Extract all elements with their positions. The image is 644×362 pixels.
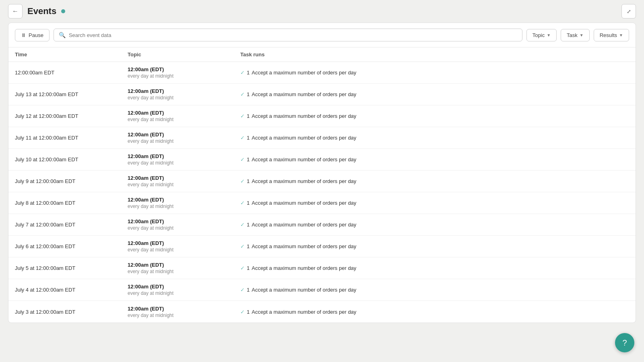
table-row[interactable]: July 3 at 12:00:00am EDT 12:00am (EDT) e… <box>8 301 636 323</box>
topic-cell: 12:00am (EDT) every day at midnight <box>128 84 240 105</box>
task-count: 1 <box>247 222 250 228</box>
task-count: 1 <box>247 70 250 76</box>
pause-icon: ⏸ <box>21 32 26 38</box>
task-cell: ✓ 1 Accept a maximum number of orders pe… <box>240 64 629 81</box>
table-row[interactable]: July 5 at 12:00:00am EDT 12:00am (EDT) e… <box>8 257 636 279</box>
table-body: 12:00:00am EDT 12:00am (EDT) every day a… <box>8 62 636 323</box>
task-cell: ✓ 1 Accept a maximum number of orders pe… <box>240 129 629 146</box>
topic-cell: 12:00am (EDT) every day at midnight <box>128 258 240 278</box>
table-row[interactable]: July 10 at 12:00:00am EDT 12:00am (EDT) … <box>8 149 636 171</box>
topic-sub: every day at midnight <box>128 73 240 79</box>
support-fab[interactable]: ? <box>615 333 634 352</box>
topic-sub: every day at midnight <box>128 117 240 122</box>
topic-sub: every day at midnight <box>128 182 240 187</box>
table-row[interactable]: 12:00:00am EDT 12:00am (EDT) every day a… <box>8 62 636 84</box>
col-header-topic: Topic <box>128 51 240 58</box>
topic-cell: 12:00am (EDT) every day at midnight <box>128 236 240 257</box>
task-cell: ✓ 1 Accept a maximum number of orders pe… <box>240 303 629 321</box>
task-count: 1 <box>247 243 250 249</box>
task-label: Accept a maximum number of orders per da… <box>252 200 356 206</box>
topic-cell: 12:00am (EDT) every day at midnight <box>128 149 240 170</box>
status-dot <box>61 9 65 13</box>
table-row[interactable]: July 4 at 12:00:00am EDT 12:00am (EDT) e… <box>8 279 636 301</box>
results-filter-button[interactable]: Results ▼ <box>594 29 629 41</box>
search-wrapper: 🔍 <box>54 29 522 41</box>
time-cell: July 11 at 12:00:00am EDT <box>15 129 128 146</box>
task-label: Accept a maximum number of orders per da… <box>252 222 356 228</box>
topic-filter-label: Topic <box>533 32 545 38</box>
topic-cell: 12:00am (EDT) every day at midnight <box>128 214 240 235</box>
task-count: 1 <box>247 178 250 184</box>
task-label: Accept a maximum number of orders per da… <box>252 91 356 97</box>
back-button[interactable]: ← <box>8 4 23 19</box>
topic-sub: every day at midnight <box>128 225 240 231</box>
table-header: Time Topic Task runs <box>8 47 636 62</box>
topic-sub: every day at midnight <box>128 160 240 166</box>
table-row[interactable]: July 9 at 12:00:00am EDT 12:00am (EDT) e… <box>8 171 636 192</box>
table-row[interactable]: July 11 at 12:00:00am EDT 12:00am (EDT) … <box>8 127 636 149</box>
topic-sub: every day at midnight <box>128 290 240 296</box>
time-cell: 12:00:00am EDT <box>15 64 128 81</box>
time-cell: July 5 at 12:00:00am EDT <box>15 259 128 277</box>
check-icon: ✓ <box>240 113 245 119</box>
table-row[interactable]: July 13 at 12:00:00am EDT 12:00am (EDT) … <box>8 84 636 105</box>
task-cell: ✓ 1 Accept a maximum number of orders pe… <box>240 86 629 103</box>
search-icon: 🔍 <box>59 32 66 38</box>
expand-button[interactable]: ⤢ <box>621 4 636 19</box>
col-header-time: Time <box>15 51 128 58</box>
task-count: 1 <box>247 287 250 293</box>
topic-cell: 12:00am (EDT) every day at midnight <box>128 62 240 83</box>
pause-button[interactable]: ⏸ Pause <box>15 29 50 41</box>
search-input[interactable] <box>69 32 517 38</box>
topic-sub: every day at midnight <box>128 138 240 144</box>
check-icon: ✓ <box>240 135 245 141</box>
task-label: Accept a maximum number of orders per da… <box>252 156 356 162</box>
topic-sub: every day at midnight <box>128 269 240 274</box>
task-count: 1 <box>247 200 250 206</box>
topic-time: 12:00am (EDT) <box>128 132 240 138</box>
task-label: Accept a maximum number of orders per da… <box>252 70 356 76</box>
table-row[interactable]: July 6 at 12:00:00am EDT 12:00am (EDT) e… <box>8 236 636 257</box>
task-label: Accept a maximum number of orders per da… <box>252 113 356 119</box>
top-bar-left: ← Events <box>8 4 65 19</box>
check-icon: ✓ <box>240 243 245 249</box>
col-header-task-runs: Task runs <box>240 51 629 58</box>
time-cell: July 6 at 12:00:00am EDT <box>15 238 128 255</box>
topic-time: 12:00am (EDT) <box>128 218 240 224</box>
topic-time: 12:00am (EDT) <box>128 306 240 312</box>
check-icon: ✓ <box>240 91 245 97</box>
task-count: 1 <box>247 91 250 97</box>
topic-time: 12:00am (EDT) <box>128 66 240 72</box>
table-row[interactable]: July 7 at 12:00:00am EDT 12:00am (EDT) e… <box>8 214 636 236</box>
topic-time: 12:00am (EDT) <box>128 88 240 94</box>
check-icon: ✓ <box>240 222 245 228</box>
task-label: Accept a maximum number of orders per da… <box>252 309 356 315</box>
topic-cell: 12:00am (EDT) every day at midnight <box>128 280 240 300</box>
task-count: 1 <box>247 265 250 271</box>
time-cell: July 9 at 12:00:00am EDT <box>15 173 128 190</box>
results-filter-label: Results <box>600 32 617 38</box>
main-content: ⏸ Pause 🔍 Topic ▼ Task ▼ Results ▼ Time … <box>8 23 636 323</box>
topic-time: 12:00am (EDT) <box>128 175 240 181</box>
task-chevron-icon: ▼ <box>580 33 584 37</box>
top-bar: ← Events ⤢ <box>0 0 644 23</box>
task-cell: ✓ 1 Accept a maximum number of orders pe… <box>240 216 629 233</box>
topic-cell: 12:00am (EDT) every day at midnight <box>128 193 240 213</box>
task-cell: ✓ 1 Accept a maximum number of orders pe… <box>240 107 629 125</box>
topic-sub: every day at midnight <box>128 313 240 318</box>
task-cell: ✓ 1 Accept a maximum number of orders pe… <box>240 281 629 298</box>
task-label: Accept a maximum number of orders per da… <box>252 265 356 271</box>
topic-filter-button[interactable]: Topic ▼ <box>526 29 557 41</box>
table-row[interactable]: July 8 at 12:00:00am EDT 12:00am (EDT) e… <box>8 192 636 214</box>
task-filter-button[interactable]: Task ▼ <box>561 29 590 41</box>
pause-label: Pause <box>29 32 43 38</box>
time-cell: July 4 at 12:00:00am EDT <box>15 281 128 298</box>
check-icon: ✓ <box>240 309 245 315</box>
topic-cell: 12:00am (EDT) every day at midnight <box>128 106 240 126</box>
topic-time: 12:00am (EDT) <box>128 284 240 290</box>
check-icon: ✓ <box>240 156 245 162</box>
time-cell: July 10 at 12:00:00am EDT <box>15 151 128 168</box>
table-row[interactable]: July 12 at 12:00:00am EDT 12:00am (EDT) … <box>8 105 636 127</box>
topic-time: 12:00am (EDT) <box>128 110 240 116</box>
task-label: Accept a maximum number of orders per da… <box>252 178 356 184</box>
